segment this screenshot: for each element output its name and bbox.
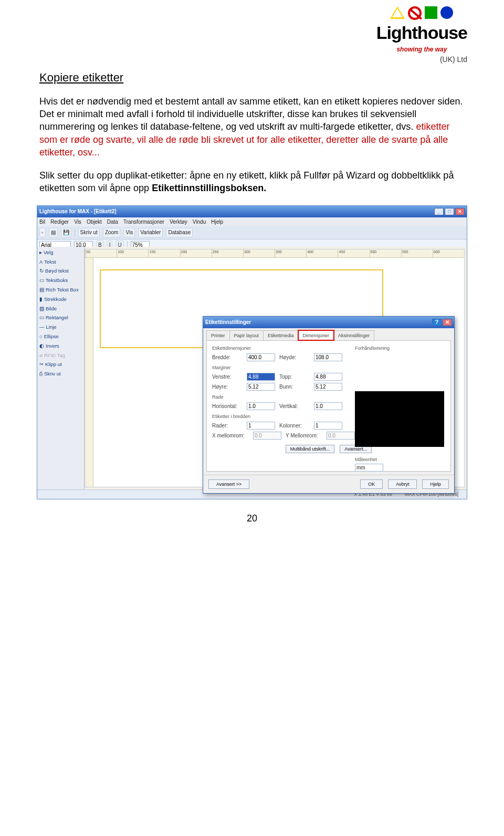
tb-db[interactable]: Database <box>166 228 193 237</box>
paragraph-1: Hvis det er nødvendig med et bestemt ant… <box>39 95 465 159</box>
sidebar-tekstboks[interactable]: ▭ Tekstboks <box>39 277 82 285</box>
sidebar-barcode[interactable]: ▮ Strekkode <box>39 296 82 304</box>
tab-dimensjoner[interactable]: Dimensjoner <box>298 330 334 340</box>
page-number: 20 <box>0 512 504 525</box>
menu-objekt[interactable]: Objekt <box>87 218 102 226</box>
tool-sidebar: ▸ Velg A Tekst ↻ Bøyd tekst ▭ Tekstboks … <box>37 247 85 489</box>
app-titlebar: Lighthouse for MAX - [Etikett2] _ □ ✕ <box>37 206 467 217</box>
height-input[interactable] <box>314 353 342 361</box>
tb-zoom[interactable]: Zoom <box>103 228 121 237</box>
no-entry-icon <box>408 6 422 20</box>
top-label: Topp: <box>279 373 310 381</box>
tb-sep <box>75 229 75 236</box>
dialog-titlebar: Etikettinnstillinger ? ✕ <box>203 317 454 328</box>
sidebar-rekt[interactable]: ▭ Rektangel <box>39 314 82 322</box>
rows-input[interactable] <box>247 422 275 430</box>
ruler-vertical <box>85 258 93 487</box>
bottom-input[interactable] <box>314 383 342 391</box>
unit-value[interactable]: mm <box>355 464 383 472</box>
menu-bil[interactable]: Bil <box>39 218 45 226</box>
sidebar-rfid: ⌀ RFID Tag <box>39 352 82 360</box>
width-input[interactable] <box>247 353 275 361</box>
menu-hjelp[interactable]: Hjelp <box>211 218 223 226</box>
cols-input[interactable] <box>314 422 342 430</box>
cancel-button[interactable]: Avbryt <box>388 479 417 489</box>
logo-suffix: (UK) Ltd <box>376 55 467 65</box>
content-block: Kopiere etiketter Hvis det er nødvendig … <box>0 65 504 195</box>
dialog-body: Etikettdimensjoner Bredde: Høyde: Margin… <box>206 340 451 472</box>
tb-print[interactable]: Skriv ut <box>78 228 100 237</box>
sidebar-rich[interactable]: ▤ Rich Tekst Box <box>39 286 82 294</box>
v-input[interactable] <box>314 402 342 410</box>
v-label: Vertikal: <box>279 403 310 410</box>
dialog-bottom-buttons: Avansert >> OK Avbryt Hjelp <box>203 475 454 493</box>
unit-label: Måleenhet <box>355 456 444 463</box>
heading: Kopiere etiketter <box>39 70 465 86</box>
width-label: Bredde: <box>212 354 243 361</box>
preview-box <box>355 379 444 447</box>
top-input[interactable] <box>314 373 342 381</box>
logo-block: Lighthouse showing the way (UK) Ltd <box>376 6 467 65</box>
maximize-button[interactable]: □ <box>445 208 454 215</box>
right-input[interactable] <box>247 383 275 391</box>
sidebar-bilde[interactable]: ▧ Bilde <box>39 305 82 313</box>
sidebar-linje[interactable]: — Linje <box>39 323 82 331</box>
sidebar-klipp[interactable]: ✂ Klipp ut <box>39 361 82 369</box>
advanced-button[interactable]: Avansert >> <box>208 479 249 489</box>
sidebar-skriv[interactable]: ⎙ Skriv ut <box>39 370 82 378</box>
app-title: Lighthouse for MAX - [Etikett2] <box>39 208 117 215</box>
dialog-tabs: Printer Papir layout Etikettmedia Dimens… <box>203 328 454 340</box>
tab-printer[interactable]: Printer <box>206 330 230 340</box>
sidebar-invers[interactable]: ◐ Invers <box>39 342 82 350</box>
dialog-close-icon[interactable]: ✕ <box>443 319 452 326</box>
multiband-button[interactable]: Multibånd utskrift... <box>286 445 335 453</box>
menu-trans[interactable]: Transformasjoner <box>123 218 164 226</box>
window-controls: _ □ ✕ <box>434 208 465 215</box>
preview-panel: Forhåndsvisning Måleenhet mm <box>355 345 444 472</box>
tb-vars[interactable]: Variabler <box>138 228 163 237</box>
tb-view[interactable]: Vis <box>123 228 135 237</box>
left-label: Venstre: <box>212 373 243 381</box>
sidebar-velg[interactable]: ▸ Velg <box>39 249 82 257</box>
ygap-input <box>327 432 355 440</box>
close-button[interactable]: ✕ <box>455 208 465 215</box>
menu-verktoy[interactable]: Verktøy <box>170 218 187 226</box>
left-input[interactable] <box>247 373 275 381</box>
xgap-input <box>253 432 281 440</box>
cols-label: Kolonner: <box>279 422 310 430</box>
menu-data[interactable]: Data <box>107 218 118 226</box>
circle-icon <box>440 6 453 19</box>
square-icon <box>425 6 437 19</box>
tab-media[interactable]: Etikettmedia <box>263 330 299 340</box>
xgap-label: X mellomrom: <box>212 432 249 440</box>
tb-new-icon[interactable]: ▫ <box>39 228 46 237</box>
para1-text: Hvis det er nødvendig med et bestemt ant… <box>39 96 463 132</box>
rows-label: Rader: <box>212 422 243 430</box>
h-input[interactable] <box>247 402 275 410</box>
settings-dialog: Etikettinnstillinger ? ✕ Printer Papir l… <box>203 316 455 494</box>
tab-papir[interactable]: Papir layout <box>229 330 264 340</box>
dialog-help-icon[interactable]: ? <box>432 319 442 326</box>
sidebar-boyd[interactable]: ↻ Bøyd tekst <box>39 267 82 275</box>
tb-open-icon[interactable]: ▤ <box>49 228 58 237</box>
bottom-label: Bunn: <box>279 383 310 391</box>
minimize-button[interactable]: _ <box>434 208 444 215</box>
menu-rediger[interactable]: Rediger <box>50 218 69 226</box>
logo-name: Lighthouse <box>376 21 467 45</box>
menu-vis[interactable]: Vis <box>74 218 81 226</box>
tab-aks[interactable]: Aksinnstillinger <box>333 330 374 340</box>
preview-label: Forhåndsvisning <box>355 345 444 351</box>
ok-button[interactable]: OK <box>360 479 383 489</box>
help-button[interactable]: Hjelp <box>422 479 449 489</box>
h-label: Horisontal: <box>212 403 243 410</box>
menu-vindu[interactable]: Vindu <box>193 218 206 226</box>
toolbar: ▫ ▤ 💾 Skriv ut Zoom Vis Variabler Databa… <box>37 226 467 239</box>
tb-save-icon[interactable]: 💾 <box>61 228 71 237</box>
height-label: Høyde: <box>279 354 310 361</box>
menu-bar: Bil Rediger Vis Objekt Data Transformasj… <box>37 217 467 227</box>
ygap-label: Y Mellomrom: <box>286 432 322 440</box>
right-label: Høyre: <box>212 383 243 391</box>
sidebar-ellipse[interactable]: ○ Ellipse <box>39 333 82 341</box>
para2-bold: Etikettinnstillingsboksen. <box>152 183 266 193</box>
sidebar-tekst[interactable]: A Tekst <box>39 258 82 266</box>
